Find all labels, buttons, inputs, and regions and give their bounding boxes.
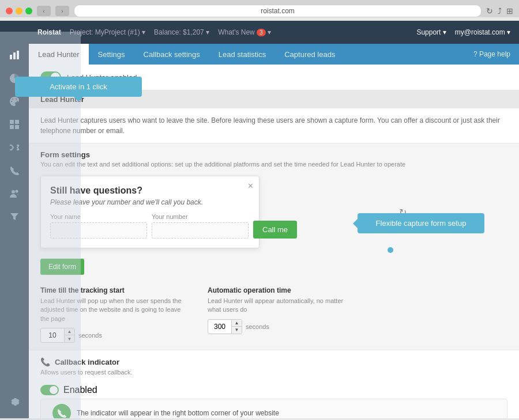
automatic-description: Lead Hunter will appear automatically, n… bbox=[208, 297, 358, 315]
automatic-title: Automatic operation time bbox=[208, 286, 358, 294]
balance-label[interactable]: Balance: $1,207 ▾ bbox=[154, 28, 209, 36]
form-settings-description: You can edit the text and set additional… bbox=[40, 161, 507, 168]
browser-chrome: ‹ › roistat.com ↻ ⤴ ⊞ bbox=[0, 0, 519, 17]
preview-close-icon[interactable]: × bbox=[248, 181, 253, 191]
preview-card-wrapper: × Still have questions? Please leave you… bbox=[29, 170, 519, 254]
automatic-value-input[interactable] bbox=[208, 320, 231, 333]
callback-description: Allows users to request callback. bbox=[29, 369, 519, 381]
forward-button[interactable]: › bbox=[55, 6, 69, 16]
connector-dot bbox=[388, 247, 393, 253]
callback-indicator-row: The indicator will appear in the right b… bbox=[40, 399, 507, 418]
tab-settings[interactable]: Settings bbox=[89, 44, 134, 65]
tab-lead-statistics[interactable]: Lead statistics bbox=[209, 44, 275, 65]
automatic-input-row: ▲ ▼ seconds bbox=[208, 319, 358, 334]
close-button[interactable] bbox=[6, 7, 13, 14]
traffic-lights bbox=[6, 7, 32, 14]
automatic-spinner-buttons: ▲ ▼ bbox=[231, 320, 242, 334]
edit-form-section: Edit form bbox=[29, 254, 519, 282]
preview-number-field: Your number bbox=[152, 213, 249, 239]
main-content: Lead Hunter enabled Lead Hunter Lead Hun… bbox=[29, 65, 519, 418]
form-settings-title: Form settings bbox=[40, 150, 507, 159]
tooltip-flexible: Flexible capture form setup bbox=[358, 213, 484, 233]
new-tab-button[interactable]: ⊞ bbox=[506, 6, 513, 16]
page-help[interactable]: ? Page help bbox=[473, 50, 519, 58]
preview-number-input[interactable] bbox=[152, 222, 249, 239]
minimize-button[interactable] bbox=[16, 7, 22, 14]
callback-toggle-row: Enabled bbox=[29, 381, 519, 399]
whats-new-label[interactable]: What's New 3 ▾ bbox=[218, 28, 271, 36]
tracking-unit: seconds bbox=[78, 332, 102, 339]
tab-callback-settings[interactable]: Callback settings bbox=[134, 44, 209, 65]
automatic-spinner: ▲ ▼ bbox=[208, 319, 242, 334]
form-settings-header: Form settings You can edit the text and … bbox=[29, 143, 519, 170]
automatic-increment[interactable]: ▲ bbox=[231, 320, 242, 327]
top-nav: Roistat Project: MyProject (#1) ▾ Balanc… bbox=[29, 21, 519, 44]
project-label[interactable]: Project: MyProject (#1) ▾ bbox=[70, 28, 145, 36]
automatic-unit: seconds bbox=[246, 323, 269, 330]
time-settings: Time till the tracking start Lead Hunter… bbox=[29, 282, 519, 350]
callback-indicator-text: The indicator will appear in the right b… bbox=[77, 409, 279, 417]
automatic-time-setting: Automatic operation time Lead Hunter wil… bbox=[208, 286, 358, 343]
user-label[interactable]: my@roistat.com ▾ bbox=[455, 28, 510, 36]
preview-number-label: Your number bbox=[152, 213, 249, 220]
whats-new-badge: 3 bbox=[257, 29, 266, 36]
tooltip-activate: Activate in 1 click bbox=[15, 77, 142, 97]
support-label[interactable]: Support ▾ bbox=[416, 28, 446, 36]
share-button[interactable]: ⤴ bbox=[498, 6, 502, 16]
refresh-button[interactable]: ↻ bbox=[486, 6, 493, 16]
callback-header: 📞 Callback indicator bbox=[29, 350, 519, 369]
maximize-button[interactable] bbox=[25, 7, 32, 14]
call-me-button[interactable]: Call me bbox=[253, 221, 297, 239]
tab-bar: Lead Hunter Settings Callback settings L… bbox=[29, 44, 519, 65]
section-description: Lead Hunter captures users who want to l… bbox=[29, 108, 519, 143]
automatic-decrement[interactable]: ▼ bbox=[231, 327, 242, 334]
back-button[interactable]: ‹ bbox=[37, 6, 51, 16]
tab-captured-leads[interactable]: Captured leads bbox=[275, 44, 344, 65]
callback-section: 📞 Callback indicator Allows users to req… bbox=[29, 350, 519, 418]
top-nav-right: Support ▾ my@roistat.com ▾ bbox=[416, 28, 510, 36]
address-bar[interactable]: roistat.com bbox=[74, 5, 482, 17]
